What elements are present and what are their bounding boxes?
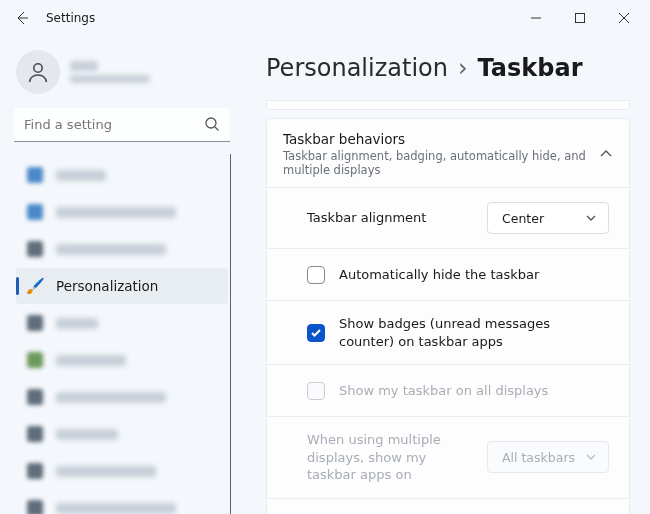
svg-point-2 [206,118,216,128]
nav-icon [26,166,44,184]
card-title: Taskbar behaviors [283,131,599,147]
nav-icon [26,314,44,332]
far-corner-row: Select the far corner of the taskbar to … [267,498,629,514]
multi-show-label: When using multiple displays, show my ta… [307,431,487,484]
chevron-up-icon [599,147,613,161]
card-subtitle: Taskbar alignment, badging, automaticall… [283,149,599,177]
card-header[interactable]: Taskbar behaviors Taskbar alignment, bad… [267,119,629,187]
sidebar-item[interactable] [16,157,228,193]
breadcrumb-current: Taskbar [478,54,583,82]
badges-label: Show badges (unread messages counter) on… [339,315,609,350]
nav-label [56,503,176,514]
sidebar-item-personalization[interactable]: 🖌️Personalization [16,268,228,304]
close-button[interactable] [602,2,646,34]
sidebar-item[interactable] [16,379,228,415]
autohide-checkbox[interactable] [307,266,325,284]
search-box[interactable] [14,108,230,142]
profile-name [70,61,98,71]
nav-label [56,244,166,255]
nav-label [56,429,118,440]
sidebar-item[interactable] [16,305,228,341]
back-button[interactable] [4,0,40,36]
sidebar-item[interactable] [16,231,228,267]
nav-label [56,392,166,403]
nav-label [56,466,156,477]
badges-checkbox[interactable] [307,324,325,342]
nav-icon [26,462,44,480]
avatar [16,50,60,94]
nav-label [56,318,98,329]
search-input[interactable] [14,108,230,142]
sidebar-item[interactable] [16,453,228,489]
autohide-row: Automatically hide the taskbar [267,248,629,300]
chevron-down-icon [584,450,598,464]
sidebar-item[interactable] [16,342,228,378]
nav-label: Personalization [56,278,158,294]
nav-icon [26,388,44,406]
alignment-row: Taskbar alignment Center [267,187,629,248]
multi-show-row: When using multiple displays, show my ta… [267,416,629,498]
maximize-button[interactable] [558,2,602,34]
multi-show-select: All taskbars [487,441,609,473]
nav-label [56,355,126,366]
chevron-right-icon: › [458,54,468,82]
alignment-label: Taskbar alignment [307,209,487,227]
all-displays-checkbox [307,382,325,400]
minimize-button[interactable] [514,2,558,34]
nav-list: 🖌️Personalization [14,154,231,514]
all-displays-row: Show my taskbar on all displays [267,364,629,416]
sidebar-item[interactable] [16,490,228,514]
badges-row: Show badges (unread messages counter) on… [267,300,629,364]
nav-icon [26,499,44,514]
autohide-label: Automatically hide the taskbar [339,266,609,284]
nav-label [56,207,176,218]
search-icon [204,116,220,136]
sidebar-item[interactable] [16,416,228,452]
taskbar-behaviors-card: Taskbar behaviors Taskbar alignment, bad… [266,118,630,514]
window-title: Settings [46,11,95,25]
collapsed-section[interactable] [266,100,630,110]
breadcrumb: Personalization › Taskbar [266,54,630,82]
nav-icon [26,425,44,443]
nav-label [56,170,106,181]
profile-block[interactable] [14,46,230,108]
svg-point-1 [34,64,42,72]
svg-rect-0 [576,14,585,23]
profile-email [70,75,150,83]
nav-icon [26,240,44,258]
sidebar-item[interactable] [16,194,228,230]
all-displays-label: Show my taskbar on all displays [339,382,609,400]
nav-icon: 🖌️ [26,277,44,295]
nav-icon [26,351,44,369]
alignment-select[interactable]: Center [487,202,609,234]
nav-icon [26,203,44,221]
breadcrumb-parent[interactable]: Personalization [266,54,448,82]
chevron-down-icon [584,211,598,225]
